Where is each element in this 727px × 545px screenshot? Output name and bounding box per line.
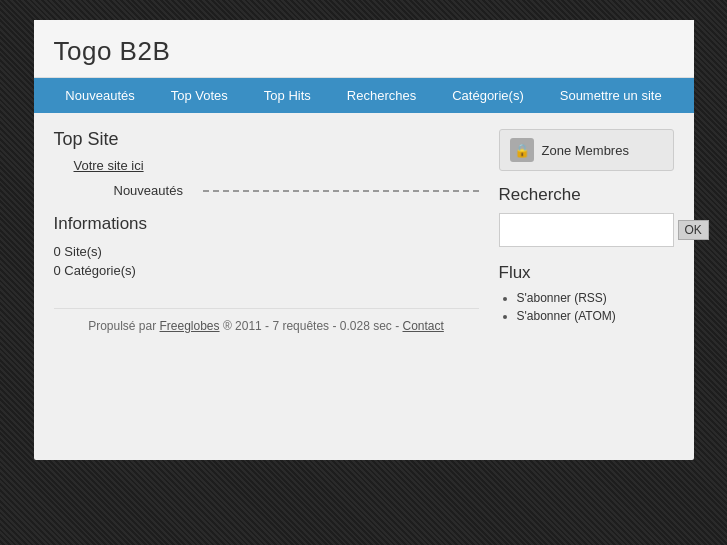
stat-categories: 0 Catégorie(s) bbox=[54, 263, 479, 278]
nav-bar: Nouveautés Top Votes Top Hits Recherches… bbox=[34, 78, 694, 113]
freeglobes-link[interactable]: Freeglobes bbox=[160, 319, 220, 333]
page-container: Togo B2B Nouveautés Top Votes Top Hits R… bbox=[34, 20, 694, 460]
main-content: Top Site Votre site ici Nouveautés Infor… bbox=[54, 129, 499, 333]
flux-atom-link[interactable]: S'abonner (ATOM) bbox=[517, 309, 616, 323]
contact-link[interactable]: Contact bbox=[403, 319, 444, 333]
site-title: Togo B2B bbox=[54, 36, 674, 67]
nav-item-soumettre[interactable]: Soumettre un site bbox=[542, 78, 680, 113]
top-site-heading: Top Site bbox=[54, 129, 479, 150]
zone-membres-label: Zone Membres bbox=[542, 143, 629, 158]
nav-item-top-hits[interactable]: Top Hits bbox=[246, 78, 329, 113]
nav-item-top-votes[interactable]: Top Votes bbox=[153, 78, 246, 113]
nav-item-recherches[interactable]: Recherches bbox=[329, 78, 434, 113]
informations-heading: Informations bbox=[54, 214, 479, 234]
nouveautes-divider bbox=[203, 190, 479, 192]
votre-site-link[interactable]: Votre site ici bbox=[74, 158, 479, 173]
content-area: Top Site Votre site ici Nouveautés Infor… bbox=[34, 113, 694, 349]
flux-list: S'abonner (RSS) S'abonner (ATOM) bbox=[499, 291, 674, 323]
flux-heading: Flux bbox=[499, 263, 674, 283]
flux-atom-item: S'abonner (ATOM) bbox=[517, 309, 674, 323]
recherche-heading: Recherche bbox=[499, 185, 674, 205]
footer-prefix: Propulsé par bbox=[88, 319, 159, 333]
search-ok-button[interactable]: OK bbox=[678, 220, 709, 240]
site-header: Togo B2B bbox=[34, 20, 694, 78]
sidebar: 🔒 Zone Membres Recherche OK Flux S'abonn… bbox=[499, 129, 674, 333]
search-input[interactable] bbox=[506, 223, 674, 238]
footer-text: Propulsé par Freeglobes ® 2011 - 7 requê… bbox=[54, 308, 479, 333]
nouveautes-label: Nouveautés bbox=[114, 183, 183, 198]
search-box-container: OK bbox=[499, 213, 674, 247]
lock-icon: 🔒 bbox=[510, 138, 534, 162]
flux-rss-link[interactable]: S'abonner (RSS) bbox=[517, 291, 607, 305]
zone-membres-box: 🔒 Zone Membres bbox=[499, 129, 674, 171]
flux-rss-item: S'abonner (RSS) bbox=[517, 291, 674, 305]
stat-sites: 0 Site(s) bbox=[54, 244, 479, 259]
nav-item-nouveautes[interactable]: Nouveautés bbox=[47, 78, 152, 113]
footer-suffix: ® 2011 - 7 requêtes - 0.028 sec - bbox=[220, 319, 403, 333]
nav-item-categories[interactable]: Catégorie(s) bbox=[434, 78, 542, 113]
nouveautes-section: Nouveautés bbox=[54, 183, 479, 198]
